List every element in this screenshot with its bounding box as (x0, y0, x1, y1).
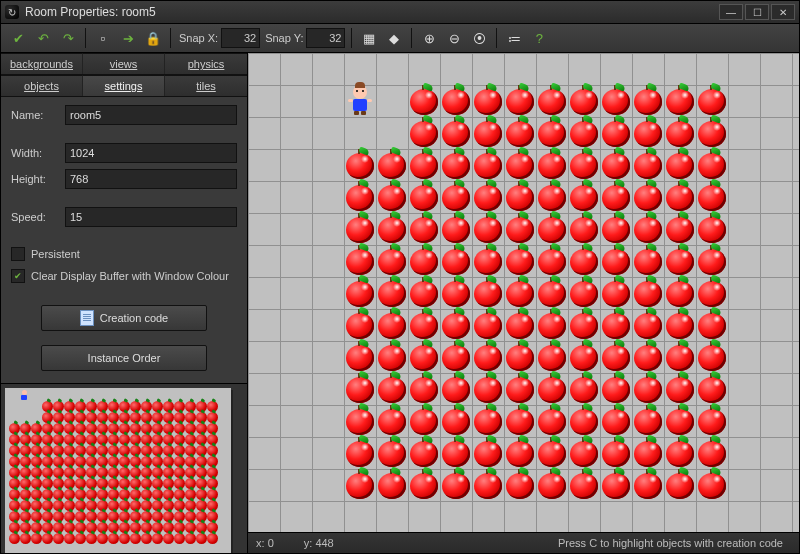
apple-object[interactable] (632, 437, 664, 469)
width-input[interactable] (65, 143, 237, 163)
apple-object[interactable] (408, 181, 440, 213)
apple-object[interactable] (664, 149, 696, 181)
apple-object[interactable] (344, 373, 376, 405)
apple-object[interactable] (696, 213, 728, 245)
apple-object[interactable] (472, 245, 504, 277)
apple-object[interactable] (536, 213, 568, 245)
apple-object[interactable] (536, 181, 568, 213)
apple-object[interactable] (568, 405, 600, 437)
apple-object[interactable] (696, 117, 728, 149)
apple-object[interactable] (632, 405, 664, 437)
apple-object[interactable] (664, 277, 696, 309)
apple-object[interactable] (504, 117, 536, 149)
apple-object[interactable] (536, 373, 568, 405)
apple-object[interactable] (472, 469, 504, 501)
confirm-icon[interactable]: ✔ (7, 27, 29, 49)
apple-object[interactable] (504, 341, 536, 373)
apple-object[interactable] (344, 469, 376, 501)
apple-object[interactable] (344, 213, 376, 245)
apple-object[interactable] (344, 341, 376, 373)
apple-object[interactable] (664, 309, 696, 341)
apple-object[interactable] (536, 341, 568, 373)
apple-object[interactable] (504, 213, 536, 245)
apple-object[interactable] (472, 181, 504, 213)
apple-object[interactable] (472, 405, 504, 437)
apple-object[interactable] (344, 181, 376, 213)
apple-object[interactable] (568, 277, 600, 309)
apple-object[interactable] (600, 213, 632, 245)
apple-object[interactable] (408, 309, 440, 341)
apple-object[interactable] (408, 245, 440, 277)
apple-object[interactable] (696, 437, 728, 469)
apple-object[interactable] (472, 309, 504, 341)
apple-object[interactable] (568, 117, 600, 149)
apple-object[interactable] (632, 309, 664, 341)
apple-object[interactable] (536, 277, 568, 309)
apple-object[interactable] (632, 149, 664, 181)
apple-object[interactable] (568, 181, 600, 213)
apple-object[interactable] (568, 341, 600, 373)
tab-objects[interactable]: objects (1, 75, 83, 96)
apple-object[interactable] (344, 149, 376, 181)
snapx-input[interactable] (221, 28, 260, 48)
apple-object[interactable] (504, 437, 536, 469)
help-icon[interactable]: ? (528, 27, 550, 49)
clear-display-checkbox[interactable]: ✔ Clear Display Buffer with Window Colou… (11, 269, 237, 283)
apple-object[interactable] (504, 85, 536, 117)
maximize-button[interactable]: ☐ (745, 4, 769, 20)
apple-object[interactable] (504, 405, 536, 437)
apple-object[interactable] (504, 181, 536, 213)
apple-object[interactable] (696, 373, 728, 405)
speed-input[interactable] (65, 207, 237, 227)
snapy-input[interactable] (306, 28, 345, 48)
minimize-button[interactable]: — (719, 4, 743, 20)
apple-object[interactable] (664, 341, 696, 373)
apple-object[interactable] (472, 277, 504, 309)
tab-physics[interactable]: physics (165, 53, 247, 74)
tab-views[interactable]: views (83, 53, 165, 74)
apple-object[interactable] (600, 437, 632, 469)
apple-object[interactable] (696, 277, 728, 309)
height-input[interactable] (65, 169, 237, 189)
canvas-viewport[interactable] (248, 53, 799, 532)
zoom-reset-icon[interactable]: ⦿ (468, 27, 490, 49)
apple-object[interactable] (632, 245, 664, 277)
apple-object[interactable] (440, 213, 472, 245)
apple-object[interactable] (600, 309, 632, 341)
apple-object[interactable] (568, 373, 600, 405)
apple-object[interactable] (344, 405, 376, 437)
apple-object[interactable] (632, 85, 664, 117)
apple-object[interactable] (664, 437, 696, 469)
minimap[interactable] (1, 383, 247, 553)
tab-backgrounds[interactable]: backgrounds (1, 53, 83, 74)
apple-object[interactable] (440, 437, 472, 469)
apple-object[interactable] (568, 469, 600, 501)
apple-object[interactable] (600, 117, 632, 149)
apple-object[interactable] (568, 85, 600, 117)
apple-object[interactable] (472, 85, 504, 117)
apple-object[interactable] (376, 277, 408, 309)
apple-object[interactable] (664, 245, 696, 277)
apple-object[interactable] (632, 469, 664, 501)
apple-object[interactable] (696, 405, 728, 437)
apple-object[interactable] (504, 149, 536, 181)
redo-icon[interactable]: ↷ (57, 27, 79, 49)
apple-object[interactable] (504, 245, 536, 277)
apple-object[interactable] (600, 277, 632, 309)
apple-object[interactable] (696, 149, 728, 181)
apple-object[interactable] (440, 341, 472, 373)
apple-object[interactable] (664, 405, 696, 437)
apple-object[interactable] (376, 341, 408, 373)
apple-object[interactable] (632, 373, 664, 405)
apple-object[interactable] (664, 85, 696, 117)
options-icon[interactable]: ≔ (503, 27, 525, 49)
apple-object[interactable] (408, 117, 440, 149)
apple-object[interactable] (600, 181, 632, 213)
apple-object[interactable] (440, 181, 472, 213)
apple-object[interactable] (600, 85, 632, 117)
apple-object[interactable] (536, 405, 568, 437)
creation-code-button[interactable]: Creation code (41, 305, 207, 331)
apple-object[interactable] (504, 373, 536, 405)
apple-object[interactable] (472, 213, 504, 245)
apple-object[interactable] (440, 469, 472, 501)
